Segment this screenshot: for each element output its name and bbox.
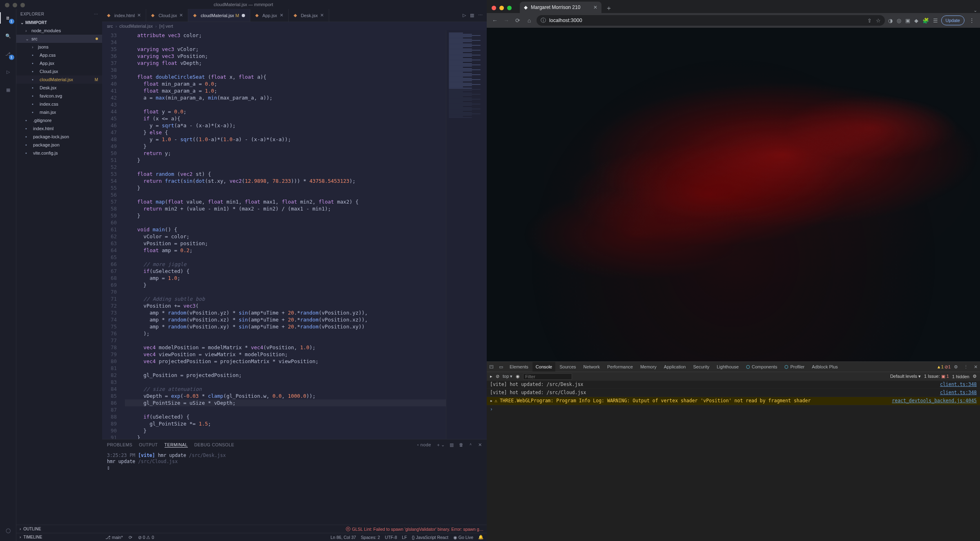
nav-home-icon[interactable]: ⌂: [525, 17, 533, 24]
split-editor-icon[interactable]: ▥: [470, 13, 474, 18]
ext-icon[interactable]: ▣: [905, 18, 910, 24]
devtools-tab[interactable]: Lighthouse: [713, 362, 742, 372]
status-golive[interactable]: ◉ Go Live: [453, 535, 473, 540]
update-button[interactable]: Update: [941, 16, 964, 25]
file-tree-item[interactable]: •package-lock.json: [16, 133, 102, 141]
editor-tab[interactable]: ◆App.jsx✕: [250, 9, 289, 22]
reading-list-icon[interactable]: ☰: [933, 18, 938, 24]
devtools-tab[interactable]: ⬡Components: [743, 362, 780, 372]
more-editor-icon[interactable]: ⋯: [478, 13, 483, 18]
url-bar[interactable]: ⓘ localhost:3000 ⇧ ☆: [537, 15, 885, 26]
close-tab-icon[interactable]: ✕: [593, 4, 597, 10]
site-info-icon[interactable]: ⓘ: [541, 17, 546, 24]
editor-tab[interactable]: ◆index.html✕: [102, 9, 146, 22]
new-tab-button[interactable]: ＋: [604, 3, 614, 13]
run-icon[interactable]: ▷: [463, 13, 466, 18]
editor-tab[interactable]: ◆Cloud.jsx✕: [146, 9, 188, 22]
file-tree-item[interactable]: •package.json: [16, 141, 102, 149]
tab-terminal[interactable]: TERMINAL: [165, 442, 188, 448]
file-tree-item[interactable]: •index.css: [16, 100, 102, 108]
ext-icon[interactable]: ◑: [888, 18, 893, 24]
devtools-tab[interactable]: Console: [532, 362, 555, 372]
issues-link[interactable]: 1 Issue: ▣ 1: [924, 374, 949, 379]
devtools-tab[interactable]: Memory: [637, 362, 660, 372]
console-sidebar-icon[interactable]: ▸: [490, 374, 492, 379]
file-tree-item[interactable]: •index.html: [16, 124, 102, 133]
error-count[interactable]: ⊘1: [944, 364, 951, 370]
file-tree-item[interactable]: •App.css: [16, 51, 102, 59]
devtools-tab[interactable]: Network: [580, 362, 603, 372]
console-log-line[interactable]: ⚠THREE.WebGLProgram: Program Info Log: W…: [487, 397, 980, 405]
activity-debug-icon[interactable]: ▷: [3, 67, 13, 77]
file-tree-item[interactable]: •cloudMaterial.jsxM: [16, 75, 102, 84]
inspect-icon[interactable]: ⮹: [487, 364, 496, 369]
clear-console-icon[interactable]: ⊘: [496, 374, 499, 379]
ext-icon[interactable]: ◎: [897, 18, 901, 24]
share-icon[interactable]: ⇧: [867, 18, 872, 24]
devtools-more-icon[interactable]: ⋮: [961, 364, 970, 370]
add-terminal-icon[interactable]: ＋⌄: [436, 442, 445, 448]
terminal-shell-label[interactable]: ▫ node: [417, 442, 431, 447]
status-eol[interactable]: LF: [402, 535, 407, 540]
tab-output[interactable]: OUTPUT: [139, 442, 158, 447]
minimap[interactable]: [446, 30, 487, 439]
log-levels[interactable]: Default levels ▾: [890, 374, 921, 379]
context-selector[interactable]: top ▾: [503, 374, 512, 379]
outline-panel[interactable]: › OUTLINE: [16, 525, 102, 533]
file-tree-item[interactable]: •App.jsx: [16, 59, 102, 67]
status-cursor[interactable]: Ln 86, Col 37: [330, 535, 356, 540]
file-tree-item[interactable]: •vite.config.js: [16, 149, 102, 157]
code-editor[interactable]: 33 34 35 36 37 38 39 40 41 42 43 44 45 4…: [102, 30, 487, 439]
activity-scm-icon[interactable]: ⎇1: [3, 49, 13, 59]
devtools-tab[interactable]: Elements: [506, 362, 532, 372]
status-errors[interactable]: ⊘ 0 ⚠ 0: [138, 535, 154, 540]
sidebar-more-icon[interactable]: ⋯: [94, 12, 98, 16]
glsl-lint-error[interactable]: ✕GLSL Lint: Failed to spawn 'glslangVali…: [346, 527, 483, 532]
file-tree-item[interactable]: •Desk.jsx: [16, 84, 102, 92]
console-log-line[interactable]: [vite] hot updated: /src/Desk.jsxclient.…: [487, 381, 980, 389]
ext-icon[interactable]: ◆: [914, 18, 918, 24]
status-sync-icon[interactable]: ⟳: [129, 535, 132, 540]
status-encoding[interactable]: UTF-8: [385, 535, 397, 540]
nav-reload-icon[interactable]: ⟳: [514, 17, 522, 24]
devtools-tab[interactable]: Security: [690, 362, 713, 372]
console-log-line[interactable]: [vite] hot updated: /src/Cloud.jsxclient…: [487, 389, 980, 397]
devtools-tab[interactable]: Sources: [556, 362, 579, 372]
editor-tab[interactable]: ◆Desk.jsx✕: [289, 9, 330, 22]
devtools-settings-icon[interactable]: ⚙: [951, 364, 960, 370]
minimize-icon[interactable]: [499, 6, 504, 10]
folder-root[interactable]: ⌄ MMMPORT: [16, 19, 102, 27]
bookmark-icon[interactable]: ☆: [876, 18, 881, 24]
file-tree-item[interactable]: •Cloud.jsx: [16, 67, 102, 75]
trash-terminal-icon[interactable]: 🗑: [459, 442, 464, 447]
file-tree-item[interactable]: •main.jsx: [16, 108, 102, 116]
file-tree-item[interactable]: ⌄src: [16, 35, 102, 43]
devtools-tab[interactable]: Application: [661, 362, 689, 372]
breadcrumbs[interactable]: src› cloudMaterial.jsx› [≡] vert: [102, 22, 487, 30]
activity-explorer-icon[interactable]: 🗎1: [3, 13, 13, 23]
tab-dropdown-icon[interactable]: ⌄: [970, 8, 980, 13]
warn-count[interactable]: ▲1: [937, 364, 944, 369]
file-tree-item[interactable]: •.gitignore: [16, 116, 102, 124]
file-tree-item[interactable]: •favicon.svg: [16, 92, 102, 100]
status-spaces[interactable]: Spaces: 2: [361, 535, 380, 540]
tab-debug-console[interactable]: DEBUG CONSOLE: [194, 442, 234, 447]
status-branch[interactable]: ⎇ main*: [105, 535, 123, 540]
activity-account-icon[interactable]: ◯: [3, 525, 13, 535]
tab-problems[interactable]: PROBLEMS: [107, 442, 132, 447]
maximize-panel-icon[interactable]: ＾: [468, 442, 473, 448]
split-terminal-icon[interactable]: ▥: [450, 442, 454, 448]
zoom-icon[interactable]: [507, 6, 512, 10]
devtools-close-icon[interactable]: ✕: [971, 364, 980, 370]
nav-forward-icon[interactable]: →: [502, 17, 510, 24]
nav-back-icon[interactable]: ←: [491, 17, 499, 24]
file-tree-item[interactable]: ›node_modules: [16, 27, 102, 35]
timeline-panel[interactable]: › TIMELINE: [16, 533, 102, 541]
menu-icon[interactable]: ⋮: [968, 17, 976, 24]
device-icon[interactable]: ▭: [497, 364, 506, 370]
hidden-count[interactable]: 1 hidden: [952, 374, 969, 379]
devtools-tab[interactable]: Adblock Plus: [808, 362, 841, 372]
live-expression-icon[interactable]: ◉: [516, 374, 520, 379]
console-settings-icon[interactable]: ⚙: [973, 374, 977, 379]
devtools-tab[interactable]: ⬡Profiler: [781, 362, 808, 372]
